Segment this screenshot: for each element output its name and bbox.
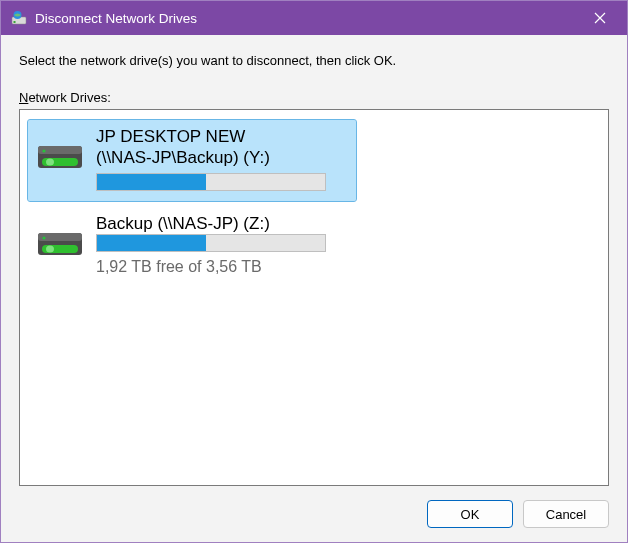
capacity-bar	[96, 234, 326, 252]
svg-point-7	[42, 149, 45, 152]
network-drives-list[interactable]: JP DESKTOP NEW (\\NAS-JP\Backup) (Y:)	[19, 109, 609, 486]
dialog-content: Select the network drive(s) you want to …	[1, 35, 627, 542]
network-drive-icon	[36, 134, 84, 182]
capacity-bar	[96, 173, 326, 191]
svg-rect-1	[14, 21, 16, 23]
svg-point-6	[46, 159, 54, 166]
window-title: Disconnect Network Drives	[35, 11, 197, 26]
button-row: OK Cancel	[19, 486, 609, 528]
network-drive-item[interactable]: Backup (\\NAS-JP) (Z:) 1,92 TB free of 3…	[28, 207, 356, 286]
titlebar[interactable]: Disconnect Network Drives	[1, 1, 627, 35]
network-drive-icon	[36, 221, 84, 269]
drive-title-line2: (\\NAS-JP\Backup) (Y:)	[96, 147, 348, 168]
svg-point-11	[46, 245, 54, 252]
drive-body: Backup (\\NAS-JP) (Z:) 1,92 TB free of 3…	[96, 213, 348, 276]
list-label: Network Drives:	[19, 90, 609, 105]
network-drive-globe-icon	[11, 10, 27, 26]
dialog-window: Disconnect Network Drives Select the net…	[0, 0, 628, 543]
capacity-bar-fill	[97, 174, 206, 190]
instruction-text: Select the network drive(s) you want to …	[19, 53, 609, 68]
cancel-button[interactable]: Cancel	[523, 500, 609, 528]
network-drive-item[interactable]: JP DESKTOP NEW (\\NAS-JP\Backup) (Y:)	[28, 120, 356, 201]
ok-button-label: OK	[461, 507, 480, 522]
ok-button[interactable]: OK	[427, 500, 513, 528]
drive-body: JP DESKTOP NEW (\\NAS-JP\Backup) (Y:)	[96, 126, 348, 191]
capacity-bar-fill	[97, 235, 206, 251]
close-button[interactable]	[577, 3, 623, 33]
close-icon	[594, 12, 606, 24]
svg-point-12	[42, 236, 45, 239]
drive-title-line1: JP DESKTOP NEW	[96, 126, 348, 147]
cancel-button-label: Cancel	[546, 507, 586, 522]
drive-free-text: 1,92 TB free of 3,56 TB	[96, 258, 348, 276]
drive-title-line1: Backup (\\NAS-JP) (Z:)	[96, 213, 348, 234]
